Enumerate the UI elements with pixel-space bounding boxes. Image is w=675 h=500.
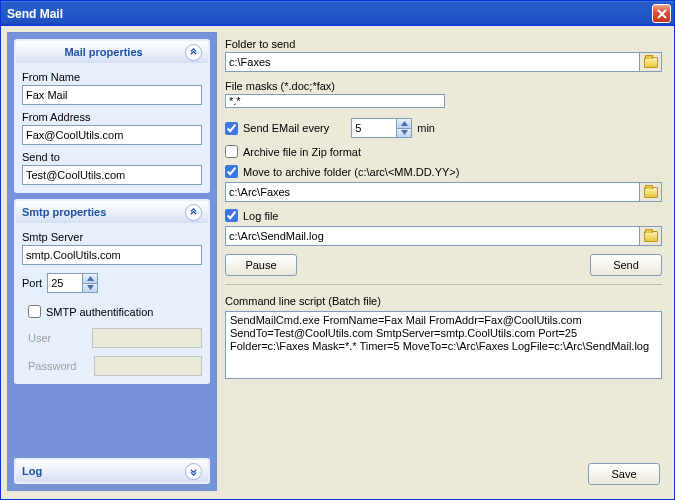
log-panel: Log (14, 458, 210, 484)
send-every-unit: min (417, 122, 435, 134)
user-input (92, 328, 202, 348)
folder-icon (644, 57, 658, 68)
masks-input[interactable] (225, 94, 445, 108)
triangle-up-icon (87, 276, 94, 281)
archive-folder-browse-button[interactable] (640, 182, 662, 202)
chevron-down-icon (189, 467, 198, 476)
from-name-input[interactable] (22, 85, 202, 105)
spin-up-button[interactable] (82, 274, 97, 284)
main-pane: Folder to send File masks (*.doc;*fax) S… (223, 32, 666, 491)
mail-panel-body: From Name From Address Send to (16, 63, 208, 185)
chevron-up-icon (189, 48, 198, 57)
collapse-button[interactable] (185, 204, 202, 221)
close-button[interactable] (652, 4, 671, 23)
mail-properties-panel: Mail properties From Name From Address S… (14, 39, 210, 193)
user-label: User (28, 332, 74, 344)
chevron-up-icon (189, 208, 198, 217)
titlebar[interactable]: Send Mail (1, 1, 674, 26)
logfile-label: Log file (243, 210, 278, 222)
masks-group: File masks (*.doc;*fax) (225, 76, 662, 108)
port-label: Port (22, 277, 42, 289)
triangle-up-icon (401, 121, 408, 126)
smtp-panel-header[interactable]: Smtp properties (16, 201, 208, 223)
from-address-input[interactable] (22, 125, 202, 145)
logfile-checkbox[interactable] (225, 209, 238, 222)
port-input[interactable] (48, 274, 82, 292)
cmd-label: Command line script (Batch file) (225, 295, 662, 307)
move-archive-label: Move to archive folder (c:\arc\<MM.DD.YY… (243, 166, 459, 178)
pause-button[interactable]: Pause (225, 254, 297, 276)
masks-label: File masks (*.doc;*fax) (225, 80, 662, 92)
send-every-label: Send EMail every (243, 122, 329, 134)
send-every-spinner[interactable] (351, 118, 412, 138)
smtp-properties-panel: Smtp properties Smtp Server Port (14, 199, 210, 384)
archive-folder-input[interactable] (225, 182, 640, 202)
triangle-down-icon (401, 130, 408, 135)
sidebar: Mail properties From Name From Address S… (7, 32, 217, 491)
smtp-server-input[interactable] (22, 245, 202, 265)
body: Mail properties From Name From Address S… (1, 26, 674, 499)
smtp-auth-checkbox[interactable] (28, 305, 41, 318)
send-every-input[interactable] (352, 119, 396, 137)
save-button[interactable]: Save (588, 463, 660, 485)
collapse-button[interactable] (185, 44, 202, 61)
window: Send Mail Mail properties From Name From… (0, 0, 675, 500)
window-title: Send Mail (7, 7, 652, 21)
archive-zip-label: Archive file in Zip format (243, 146, 361, 158)
smtp-panel-title: Smtp properties (22, 206, 185, 218)
password-label: Password (28, 360, 76, 372)
mail-panel-title: Mail properties (22, 46, 185, 58)
save-row: Save (229, 459, 660, 485)
mail-panel-header[interactable]: Mail properties (16, 41, 208, 63)
expand-button[interactable] (185, 463, 202, 480)
close-icon (657, 9, 667, 19)
from-name-label: From Name (22, 71, 202, 83)
port-spinner[interactable] (47, 273, 98, 293)
logfile-input[interactable] (225, 226, 640, 246)
logfile-browse-button[interactable] (640, 226, 662, 246)
move-archive-checkbox[interactable] (225, 165, 238, 178)
folder-group: Folder to send (225, 34, 662, 72)
password-input (94, 356, 202, 376)
smtp-server-label: Smtp Server (22, 231, 202, 243)
triangle-down-icon (87, 285, 94, 290)
folder-browse-button[interactable] (640, 52, 662, 72)
spin-down-button[interactable] (396, 129, 411, 138)
folder-icon (644, 187, 658, 198)
action-row: Pause Send (225, 254, 662, 276)
separator (225, 284, 662, 285)
port-spin-arrows (82, 274, 97, 292)
from-address-label: From Address (22, 111, 202, 123)
folder-input[interactable] (225, 52, 640, 72)
send-every-spin-arrows (396, 119, 411, 137)
archive-zip-checkbox[interactable] (225, 145, 238, 158)
send-every-checkbox[interactable] (225, 122, 238, 135)
folder-label: Folder to send (225, 38, 662, 50)
smtp-panel-body: Smtp Server Port (16, 223, 208, 376)
smtp-auth-label: SMTP authentification (46, 306, 153, 318)
spin-up-button[interactable] (396, 119, 411, 129)
cmd-script-box[interactable]: SendMailCmd.exe FromName=Fax Mail FromAd… (225, 311, 662, 379)
spin-down-button[interactable] (82, 284, 97, 293)
send-button[interactable]: Send (590, 254, 662, 276)
log-panel-title: Log (22, 465, 185, 477)
log-panel-header[interactable]: Log (16, 460, 208, 482)
send-to-input[interactable] (22, 165, 202, 185)
folder-icon (644, 231, 658, 242)
send-to-label: Send to (22, 151, 202, 163)
